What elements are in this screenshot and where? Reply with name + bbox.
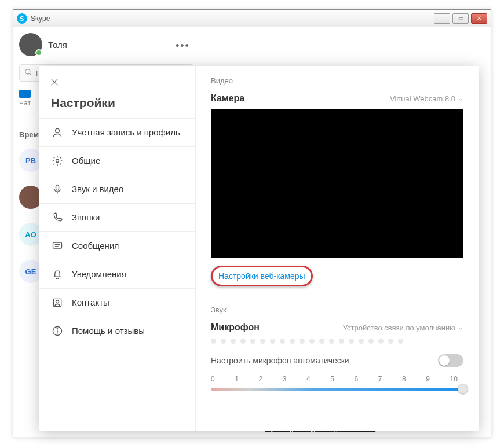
auto-mic-toggle[interactable] <box>438 354 463 367</box>
bell-icon <box>51 268 64 281</box>
nav-label: Звук и видео <box>72 184 184 195</box>
account-icon <box>51 126 64 139</box>
nav-label: Контакты <box>72 297 184 308</box>
svg-point-4 <box>56 128 60 133</box>
svg-point-0 <box>25 69 30 73</box>
camera-row: Камера Virtual Webcam 8.0 <box>211 93 463 104</box>
level-dot <box>368 339 374 344</box>
level-dot <box>250 339 255 344</box>
level-dot <box>349 339 354 344</box>
mic-selector[interactable]: Устройство связи по умолчанию <box>343 323 463 332</box>
settings-close-button[interactable] <box>43 71 66 94</box>
slider-tick: 3 <box>283 375 287 383</box>
level-dot <box>280 339 285 344</box>
minimize-button[interactable]: — <box>434 13 450 24</box>
close-icon <box>50 78 59 87</box>
skype-logo-icon: S <box>17 13 27 24</box>
contact-item[interactable]: GE <box>19 260 42 283</box>
camera-label: Камера <box>211 93 244 104</box>
tab-label: Чат <box>19 99 31 107</box>
toggle-knob <box>439 355 450 366</box>
slider-track <box>211 388 463 391</box>
nav-calls[interactable]: Звонки <box>39 203 195 231</box>
titlebar: S Skype — ▭ ✕ <box>13 10 491 27</box>
mic-row: Микрофон Устройство связи по умолчанию <box>211 322 463 333</box>
level-dot <box>388 339 393 344</box>
webcam-settings-link[interactable]: Настройки веб-камеры <box>218 271 305 281</box>
level-dot <box>260 339 265 344</box>
more-button[interactable]: ••• <box>176 40 190 52</box>
mic-label: Микрофон <box>211 322 260 333</box>
slider-tick: 5 <box>330 375 334 383</box>
settings-title: Настройки <box>39 94 195 118</box>
nav-contacts[interactable]: Контакты <box>39 288 195 317</box>
level-dot <box>398 339 403 344</box>
contact-item[interactable]: AO <box>19 223 42 246</box>
slider-tick: 10 <box>450 375 458 383</box>
nav-help[interactable]: Помощь и отзывы <box>39 317 195 345</box>
slider-thumb[interactable] <box>458 384 468 394</box>
nav-label: Учетная запись и профиль <box>72 127 184 138</box>
slider-tick: 8 <box>402 375 406 383</box>
mic-icon <box>51 183 64 196</box>
nav-general[interactable]: Общие <box>39 146 195 175</box>
mic-slider[interactable]: 0 1 2 3 4 5 6 7 8 9 10 <box>211 375 463 391</box>
nav-label: Уведомления <box>72 269 184 280</box>
video-group-label: Видео <box>211 76 463 85</box>
camera-value: Virtual Webcam 8.0 <box>390 94 455 103</box>
chevron-down-icon <box>458 325 463 330</box>
nav-messages[interactable]: Сообщения <box>39 231 195 260</box>
level-dot <box>221 339 226 344</box>
contact-list: PB AO GE <box>19 149 42 283</box>
slider-tick: 0 <box>211 375 215 383</box>
settings-content: Видео Камера Virtual Webcam 8.0 Настройк… <box>196 66 479 431</box>
profile-header: Толя <box>19 33 67 56</box>
nav-account[interactable]: Учетная запись и профиль <box>39 118 195 146</box>
maximize-button[interactable]: ▭ <box>452 13 469 24</box>
camera-selector[interactable]: Virtual Webcam 8.0 <box>390 94 463 103</box>
nav-audio-video[interactable]: Звук и видео <box>39 175 195 203</box>
svg-line-1 <box>30 73 31 75</box>
tab-strip: Чат <box>19 90 31 107</box>
level-dot <box>339 339 344 344</box>
slider-tick: 1 <box>235 375 239 383</box>
auto-mic-row: Настроить микрофон автоматически <box>211 354 463 367</box>
close-button[interactable]: ✕ <box>471 13 487 24</box>
auto-mic-label: Настроить микрофон автоматически <box>211 356 349 365</box>
info-icon <box>51 325 64 337</box>
slider-tick: 2 <box>259 375 263 383</box>
app-window: S Skype — ▭ ✕ Толя ••• П Чат Время <box>13 9 491 437</box>
svg-point-5 <box>56 160 59 163</box>
presence-dot-icon <box>35 49 42 56</box>
level-dot <box>319 339 324 344</box>
mic-value: Устройство связи по умолчанию <box>343 323 455 332</box>
divider <box>211 297 463 297</box>
nav-label: Звонки <box>72 212 184 223</box>
settings-sidebar: Настройки Учетная запись и профиль Общие… <box>39 66 196 431</box>
chat-icon <box>19 90 31 98</box>
audio-group-label: Звук <box>211 306 463 314</box>
svg-rect-6 <box>56 185 59 190</box>
phone-icon <box>51 211 64 224</box>
window-title: Skype <box>31 14 434 23</box>
level-dot <box>300 339 305 344</box>
contact-item[interactable] <box>19 186 42 209</box>
webcam-settings-highlight: Настройки веб-камеры <box>211 266 313 286</box>
camera-preview <box>211 109 463 258</box>
contact-item[interactable]: PB <box>19 149 42 172</box>
level-dot <box>329 339 334 344</box>
level-dot <box>270 339 275 344</box>
nav-label: Помощь и отзывы <box>72 326 184 337</box>
svg-point-14 <box>57 329 57 329</box>
level-dot <box>378 339 384 344</box>
level-dot <box>359 339 364 344</box>
slider-tick: 6 <box>355 375 359 383</box>
tab-chats[interactable]: Чат <box>19 90 31 107</box>
slider-labels: 0 1 2 3 4 5 6 7 8 9 10 <box>211 375 458 383</box>
avatar[interactable] <box>19 33 42 56</box>
slider-tick: 9 <box>426 375 430 383</box>
app-body: Толя ••• П Чат Время PB AO GE Не вы? Про… <box>13 27 491 437</box>
nav-notifications[interactable]: Уведомления <box>39 260 195 288</box>
gear-icon <box>51 155 64 167</box>
slider-tick: 7 <box>378 375 382 383</box>
